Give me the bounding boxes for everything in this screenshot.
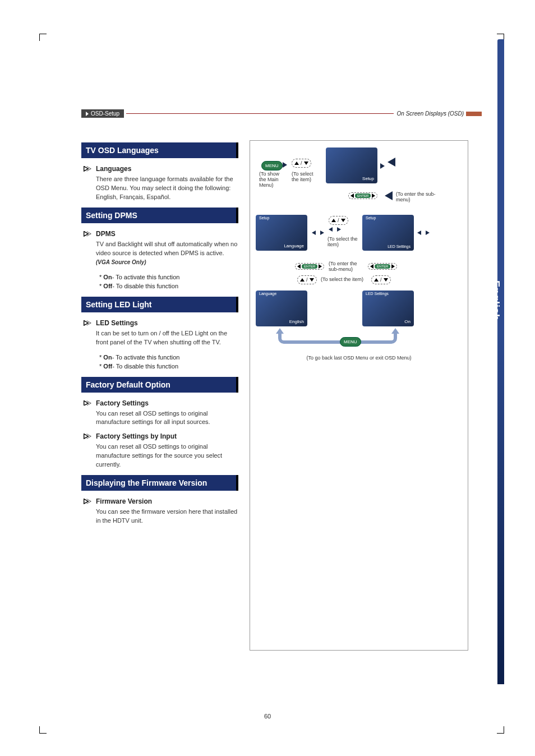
- side-accent: [497, 39, 504, 684]
- thumb-label: Setup: [362, 176, 374, 181]
- page-header: OSD-Setup On Screen Displays (OSD): [81, 109, 482, 118]
- thumb-label: English: [289, 319, 304, 324]
- chevron-right-icon: [84, 166, 91, 172]
- arrow-left-solid-icon: [385, 191, 393, 200]
- section-title: Setting LED Light: [81, 297, 238, 312]
- menu-button-icon: MENU: [340, 337, 361, 347]
- osd-thumbnail-led: Setup LED Settings: [362, 215, 414, 251]
- sub-heading-label: Firmware Version: [96, 497, 152, 505]
- caption: (To select the item): [328, 236, 359, 247]
- arrow-both-icon: [312, 231, 324, 235]
- osd-thumbnail-setup: Setup: [326, 147, 377, 183]
- caption: (To select the item): [321, 276, 363, 282]
- header-right-label: On Screen Displays (OSD): [397, 110, 464, 117]
- caption: (To enter the sub-menu): [396, 191, 441, 202]
- section-title: Factory Default Option: [81, 377, 238, 393]
- sub-heading-label: Factory Settings by Input: [96, 432, 177, 440]
- up-down-key-icon: /: [371, 275, 391, 284]
- crop-mark: [497, 726, 504, 734]
- body-text: TV and Backlight will shut off automatic…: [96, 240, 238, 267]
- flow-diagram: MENU / (To show the Main Menu) (To selec…: [256, 147, 462, 389]
- caption: (To show the Main Menu): [259, 171, 287, 188]
- body-text: You can reset all OSD settings to origin…: [96, 442, 238, 469]
- thumb-label: Setup: [259, 216, 269, 220]
- thumb-label: On: [404, 319, 411, 324]
- subsection-heading: LED Settings: [84, 319, 238, 327]
- osd-thumbnail-english: Language English: [256, 291, 307, 326]
- thumb-label: LED Settings: [366, 292, 389, 296]
- option-line: * Off- To disable this function: [99, 282, 238, 291]
- header-accent: [466, 112, 482, 116]
- arrow-right-icon: [283, 162, 287, 168]
- chevron-right-icon: [84, 499, 91, 504]
- header-rule: [126, 113, 393, 114]
- body-text: You can see the firmware version here th…: [96, 508, 238, 525]
- flow-diagram-panel: MENU / (To show the Main Menu) (To selec…: [250, 140, 468, 651]
- thumb-label: Language: [284, 243, 304, 248]
- chevron-right-icon: [84, 231, 91, 237]
- section-title: Displaying the Firmware Version: [81, 475, 238, 491]
- play-icon: [86, 112, 89, 116]
- subsection-heading: Languages: [84, 165, 238, 173]
- sub-heading-label: LED Settings: [96, 319, 138, 327]
- thumb-label: LED Settings: [388, 245, 411, 248]
- thumb-label: Language: [259, 292, 276, 296]
- sub-heading-label: Factory Settings: [96, 399, 149, 407]
- subsection-heading: Factory Settings by Input: [84, 432, 238, 440]
- page-number: 60: [0, 713, 535, 720]
- option-line: * On- To activate this function: [99, 353, 238, 362]
- left-enter-right-key-icon: ENTER: [295, 263, 324, 270]
- arrow-right-icon: [380, 163, 385, 169]
- chevron-right-icon: [84, 320, 91, 326]
- connector-curve: [278, 333, 397, 344]
- crop-mark: [39, 726, 47, 734]
- breadcrumb-label: OSD-Setup: [91, 110, 119, 117]
- subsection-heading: Firmware Version: [84, 497, 238, 505]
- section-title: Setting DPMS: [81, 208, 238, 223]
- osd-thumbnail-setup2: Setup Language: [256, 215, 307, 251]
- body-text: You can reset all OSD settings to origin…: [96, 409, 238, 427]
- option-line: * Off- To disable this function: [99, 362, 238, 371]
- language-tab: English: [490, 280, 501, 321]
- arrow-left-solid-icon: [388, 158, 395, 167]
- note-text: (VGA Source Only): [96, 259, 146, 265]
- section-title: TV OSD Languages: [81, 142, 238, 158]
- arrow-both-icon: [329, 227, 341, 232]
- caption: (To select the item): [292, 171, 320, 182]
- left-enter-right-key-icon: ENTER: [348, 192, 377, 199]
- chevron-right-icon: [84, 434, 91, 439]
- manual-page: English OSD-Setup On Screen Displays (OS…: [0, 0, 535, 756]
- osd-thumbnail-on: LED Settings On: [362, 291, 414, 326]
- sub-heading-label: DPMS: [96, 230, 116, 238]
- subsection-heading: Factory Settings: [84, 399, 238, 407]
- thumb-label: Setup: [366, 216, 376, 220]
- subsection-heading: DPMS: [84, 230, 238, 238]
- left-enter-right-key-icon: ENTER: [368, 263, 397, 270]
- up-down-key-icon: /: [329, 216, 348, 225]
- sub-heading-label: Languages: [96, 165, 131, 173]
- breadcrumb: OSD-Setup: [81, 109, 124, 118]
- crop-mark: [39, 34, 47, 41]
- menu-button-icon: MENU: [261, 161, 283, 170]
- body-text: It can be set to turn on / off the LED L…: [96, 329, 238, 347]
- body-text: There are three language formats availab…: [96, 175, 238, 202]
- option-line: * On- To activate this function: [99, 273, 238, 282]
- up-down-key-icon: /: [297, 275, 317, 284]
- chevron-right-icon: [84, 400, 91, 406]
- arrow-both-icon: [417, 231, 430, 235]
- caption: (To enter the sub-menu): [329, 261, 368, 272]
- left-column: TV OSD Languages Languages There are thr…: [81, 140, 238, 651]
- caption: (To go back last OSD Menu or exit OSD Me…: [256, 355, 462, 361]
- content-columns: TV OSD Languages Languages There are thr…: [81, 140, 468, 651]
- up-down-key-icon: /: [292, 159, 311, 168]
